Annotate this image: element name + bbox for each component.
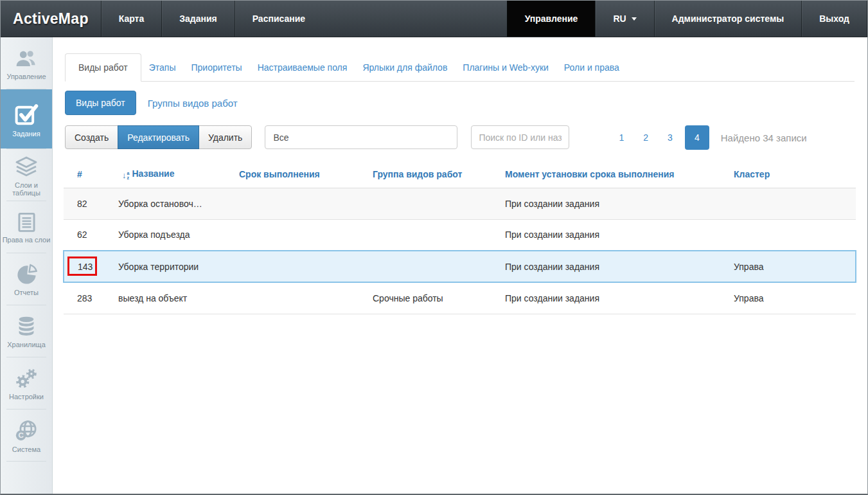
sidebar-item-label: Управление: [6, 73, 46, 80]
page-4-active[interactable]: 4: [685, 125, 709, 150]
table-header: # ↓azНазвание Срок выполнения Группа вид…: [64, 161, 856, 188]
database-icon: [14, 314, 39, 339]
work-type-groups-link[interactable]: Группы видов работ: [148, 98, 238, 109]
gears-icon: [14, 366, 39, 391]
svg-text:C: C: [18, 431, 24, 439]
check-square-icon: [13, 101, 40, 128]
table-row[interactable]: 283 выезд на объект Срочные работы При с…: [64, 282, 856, 314]
tab-plugins-webhooks[interactable]: Плагины и Web-хуки: [455, 54, 556, 81]
sidebar-item-layers[interactable]: Слои и таблицы: [1, 149, 52, 201]
page-3-link[interactable]: 3: [658, 127, 682, 148]
sidebar-item-reports[interactable]: Отчеты: [1, 253, 52, 305]
work-types-button[interactable]: Виды работ: [65, 91, 136, 115]
column-header-name[interactable]: ↓azНазвание: [117, 161, 233, 188]
table-row-selected[interactable]: 143 Уборка территории При создании задан…: [64, 251, 856, 282]
sidebar-item-label: Отчеты: [14, 289, 39, 296]
cell-due: [233, 188, 368, 219]
nav-item-user[interactable]: Администратор системы: [654, 1, 802, 37]
sidebar-item-label: Хранилища: [7, 341, 46, 348]
column-header-due[interactable]: Срок выполнения: [233, 161, 368, 188]
records-found-text: Найдено 34 записи: [721, 132, 807, 143]
cell-moment: При создании задания: [499, 282, 724, 314]
cell-id: 143: [64, 251, 117, 282]
tab-file-labels[interactable]: Ярлыки для файлов: [355, 54, 455, 81]
navbar-spacer: [323, 1, 507, 37]
cell-name: Уборка остановоч…: [117, 188, 233, 219]
cell-name: Уборка территории: [117, 251, 233, 282]
tab-custom-fields[interactable]: Настраиваемые поля: [250, 54, 355, 81]
cell-moment: При создании задания: [499, 188, 724, 219]
cell-name: выезд на объект: [117, 282, 233, 314]
table-row[interactable]: 62 Уборка подъезда При создании задания: [64, 219, 856, 251]
sidebar-item-management[interactable]: Управление: [1, 37, 52, 89]
cell-group: [368, 188, 499, 219]
main-content: Виды работ Этапы Приоритеты Настраиваемы…: [53, 37, 867, 494]
cell-cluster: Управа: [724, 251, 856, 282]
app-logo: ActiveMap: [1, 1, 101, 37]
tab-roles-rights[interactable]: Роли и права: [556, 54, 627, 81]
language-label: RU: [613, 14, 626, 24]
sidebar-item-layer-rights[interactable]: Права на слои: [1, 201, 52, 253]
work-types-table: # ↓azНазвание Срок выполнения Группа вид…: [63, 161, 856, 314]
sidebar-item-system[interactable]: C Система: [1, 410, 52, 461]
document-icon: [15, 210, 39, 234]
sidebar-item-label: Система: [12, 446, 40, 453]
tab-priorities[interactable]: Приоритеты: [184, 54, 250, 81]
sidebar-item-label: Права на слои: [3, 236, 51, 244]
cell-group: Срочные работы: [368, 282, 499, 314]
top-navbar: ActiveMap Карта Задания Расписание Управ…: [1, 1, 867, 37]
crud-button-group: Создать Редактировать Удалить: [65, 125, 252, 149]
cell-name: Уборка подъезда: [117, 219, 233, 251]
globe-icon: C: [13, 418, 39, 444]
left-sidebar: Управление Задания Слои и таблицы Права …: [1, 37, 53, 494]
toolbar: Создать Редактировать Удалить Все 1 2 3 …: [65, 125, 855, 150]
sort-alpha-down-icon: ↓az: [122, 171, 129, 180]
sidebar-item-settings[interactable]: Настройки: [1, 357, 52, 409]
sub-navigation: Виды работ Группы видов работ: [65, 91, 855, 115]
sidebar-item-label: Слои и таблицы: [2, 181, 51, 197]
column-header-id[interactable]: #: [64, 161, 117, 188]
nav-item-map[interactable]: Карта: [101, 1, 162, 37]
nav-item-logout[interactable]: Выход: [801, 1, 867, 37]
column-header-moment[interactable]: Момент установки срока выполнения: [499, 161, 724, 188]
create-button[interactable]: Создать: [65, 125, 118, 149]
nav-item-tasks[interactable]: Задания: [161, 1, 234, 37]
cell-cluster: [724, 219, 856, 251]
cell-cluster: Управа: [724, 282, 856, 314]
sidebar-item-label: Настройки: [9, 393, 44, 401]
table-row[interactable]: 82 Уборка остановоч… При создании задани…: [64, 188, 856, 219]
search-input[interactable]: [471, 125, 569, 149]
cell-group: [368, 219, 499, 251]
nav-item-management[interactable]: Управление: [507, 1, 596, 37]
delete-button[interactable]: Удалить: [199, 125, 252, 149]
cell-due: [233, 282, 368, 314]
application-window: ActiveMap Карта Задания Расписание Управ…: [0, 0, 868, 495]
sidebar-item-storages[interactable]: Хранилища: [1, 305, 52, 357]
layers-icon: [13, 154, 39, 179]
column-header-cluster[interactable]: Кластер: [724, 161, 856, 188]
cell-id: 283: [64, 282, 117, 314]
caret-down-icon: [632, 17, 637, 21]
sidebar-item-label: Задания: [12, 130, 40, 138]
cell-group: [368, 251, 499, 282]
tab-bar: Виды работ Этапы Приоритеты Настраиваемы…: [65, 53, 855, 82]
cell-cluster: [724, 188, 856, 219]
pie-chart-icon: [14, 262, 39, 287]
cell-moment: При создании задания: [499, 251, 724, 282]
column-header-group[interactable]: Группа видов работ: [368, 161, 499, 188]
pagination: 1 2 3 4: [609, 125, 709, 150]
tab-stages[interactable]: Этапы: [141, 54, 184, 81]
filter-select[interactable]: Все: [265, 125, 457, 149]
tab-work-types[interactable]: Виды работ: [65, 53, 141, 82]
edit-button[interactable]: Редактировать: [118, 125, 199, 149]
cell-moment: При создании задания: [499, 219, 724, 251]
nav-item-schedule[interactable]: Расписание: [235, 1, 323, 37]
nav-item-language[interactable]: RU: [595, 1, 653, 37]
cell-id: 62: [64, 219, 117, 251]
page-2-link[interactable]: 2: [633, 127, 658, 148]
page-1-link[interactable]: 1: [609, 127, 633, 148]
sidebar-item-tasks[interactable]: Задания: [1, 89, 52, 148]
cell-id: 82: [64, 188, 117, 219]
cell-due: [233, 219, 368, 251]
cell-due: [233, 251, 368, 282]
